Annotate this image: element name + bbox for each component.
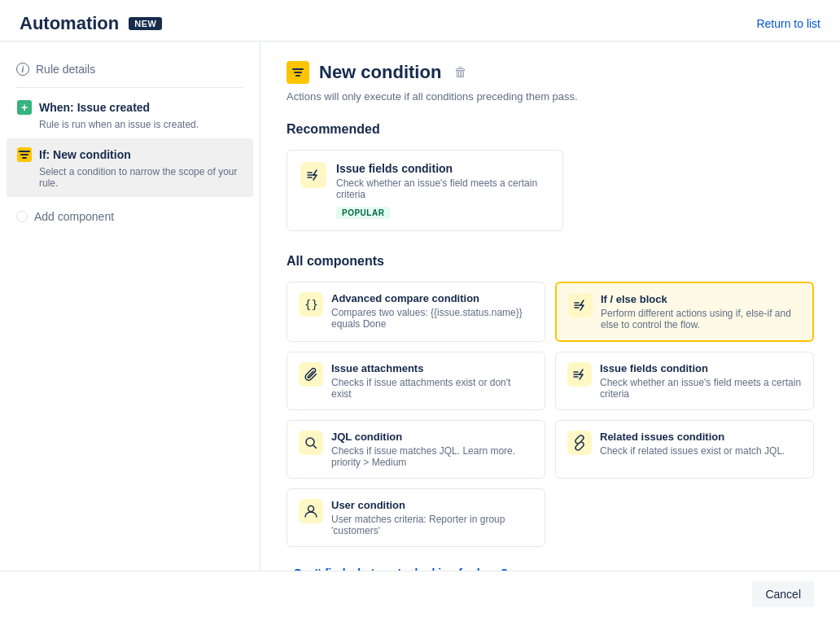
sidebar-if-desc: Select a condition to narrow the scope o… — [39, 166, 243, 189]
svg-rect-0 — [19, 151, 30, 152]
issue-fields-title: Issue fields condition — [600, 362, 802, 374]
recommended-card-icon — [300, 162, 326, 188]
sidebar-if-title: If: New condition — [39, 148, 131, 161]
issue-fields-icon — [567, 362, 592, 387]
sidebar-when-title: When: Issue created — [39, 101, 150, 114]
advanced-compare-desc: Compares two values: {{issue.status.name… — [331, 307, 533, 330]
braces-icon: {} — [299, 292, 323, 317]
content-filter-icon — [287, 61, 309, 84]
svg-point-8 — [308, 506, 314, 512]
trash-icon[interactable]: 🗑 — [454, 65, 467, 80]
add-component-circle — [16, 211, 28, 222]
all-components-title: All components — [287, 254, 814, 269]
info-icon: i — [16, 63, 29, 76]
components-grid: {} Advanced compare condition Compares t… — [287, 282, 814, 547]
user-condition-title: User condition — [331, 499, 533, 511]
sidebar-divider — [16, 87, 243, 88]
recommended-card[interactable]: Issue fields condition Check whether an … — [287, 150, 563, 231]
svg-rect-3 — [292, 68, 304, 70]
component-card-jql[interactable]: JQL condition Checks if issue matches JQ… — [287, 420, 545, 479]
all-components-section: All components {} Advanced compare condi… — [287, 254, 814, 547]
if-else-title: If / else block — [601, 293, 801, 305]
if-else-icon — [568, 293, 593, 317]
recommended-title: Recommended — [287, 122, 814, 137]
add-component-label: Add component — [34, 210, 114, 223]
when-icon: + — [16, 99, 33, 116]
component-card-related-issues[interactable]: Related issues condition Check if relate… — [555, 420, 814, 479]
advanced-compare-title: Advanced compare condition — [331, 292, 533, 304]
content-header: New condition 🗑 — [287, 61, 814, 84]
content-title: New condition — [319, 62, 441, 83]
svg-rect-5 — [295, 75, 300, 77]
app-title: Automation — [20, 13, 119, 34]
content-subtitle: Actions will only execute if all conditi… — [287, 90, 814, 103]
user-condition-desc: User matches criteria: Reporter in group… — [331, 514, 533, 536]
new-badge: NEW — [129, 17, 162, 30]
component-card-advanced-compare[interactable]: {} Advanced compare condition Compares t… — [287, 282, 545, 342]
return-to-list-link[interactable]: Return to list — [756, 17, 820, 30]
svg-rect-2 — [22, 157, 27, 159]
footer: Cancel — [0, 571, 840, 617]
component-card-if-else[interactable]: If / else block Perform different action… — [555, 282, 814, 342]
component-card-issue-fields[interactable]: Issue fields condition Check whether an … — [555, 352, 814, 410]
link-icon — [567, 431, 592, 455]
cancel-button[interactable]: Cancel — [752, 581, 814, 607]
recommended-card-desc: Check whether an issue's field meets a c… — [336, 177, 549, 200]
add-component[interactable]: Add component — [0, 200, 260, 233]
svg-rect-4 — [294, 72, 302, 73]
jql-title: JQL condition — [331, 431, 533, 443]
sidebar-when-desc: Rule is run when an issue is created. — [39, 119, 243, 130]
user-icon — [299, 499, 323, 523]
issue-attachments-title: Issue attachments — [331, 362, 533, 374]
search-icon — [299, 431, 323, 455]
component-card-user-condition[interactable]: User condition User matches criteria: Re… — [287, 488, 545, 547]
if-else-desc: Perform different actions using if, else… — [601, 308, 801, 330]
component-card-issue-attachments[interactable]: Issue attachments Checks if issue attach… — [287, 352, 545, 410]
related-issues-desc: Check if related issues exist or match J… — [600, 445, 785, 457]
svg-rect-1 — [20, 154, 28, 155]
recommended-card-title: Issue fields condition — [336, 162, 549, 175]
svg-text:{}: {} — [304, 298, 318, 311]
recommended-section: Recommended Issue fields condition Check… — [287, 122, 814, 231]
popular-badge: POPULAR — [336, 207, 390, 219]
if-icon — [16, 147, 33, 163]
sidebar-item-when-issue-created[interactable]: + When: Issue created Rule is run when a… — [0, 91, 260, 138]
sidebar-rule-details[interactable]: i Rule details — [0, 55, 260, 84]
issue-attachments-desc: Checks if issue attachments exist or don… — [331, 377, 533, 400]
related-issues-title: Related issues condition — [600, 431, 785, 443]
rule-details-label: Rule details — [36, 63, 95, 76]
jql-desc: Checks if issue matches JQL. Learn more.… — [331, 445, 533, 468]
issue-fields-desc: Check whether an issue's field meets a c… — [600, 377, 802, 400]
paperclip-icon — [299, 362, 323, 387]
sidebar-item-if-new-condition[interactable]: If: New condition Select a condition to … — [7, 138, 253, 197]
